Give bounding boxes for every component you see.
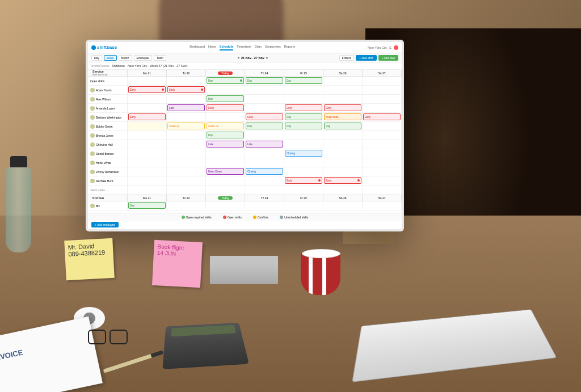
employee-name[interactable]: Daniel Barnes — [88, 149, 128, 158]
tab-month[interactable]: Month — [119, 55, 132, 61]
shift-card[interactable]: Day — [207, 95, 244, 102]
shift-card[interactable]: Early — [324, 177, 361, 184]
day-fr[interactable]: Fr 25 — [284, 70, 323, 76]
shift-card[interactable]: Clean up — [207, 123, 244, 129]
employee-name[interactable]: Bill — [88, 201, 128, 210]
day-we[interactable]: Today — [206, 70, 245, 76]
employee-name[interactable]: Barbara Washington — [88, 113, 128, 121]
avatar — [90, 106, 95, 111]
filters-button[interactable]: Filters — [339, 55, 354, 61]
avatar — [90, 97, 95, 102]
add-new-button[interactable]: + Add new — [378, 55, 399, 61]
shift-card[interactable]: Early — [128, 86, 166, 93]
employee-name[interactable]: Amanda Lopez — [88, 104, 128, 112]
shift-card[interactable]: Late — [246, 141, 283, 147]
avatar — [90, 142, 95, 147]
tab-week[interactable]: Week — [104, 55, 117, 61]
shift-card[interactable]: Clean up — [167, 123, 205, 129]
shift-card[interactable]: Early — [363, 113, 401, 120]
shift-card[interactable]: Deep Clean — [207, 168, 244, 175]
employee-row: Amanda Lopez Late Early Early Early — [88, 104, 402, 113]
logo-text: shiftbase — [97, 45, 117, 50]
shift-card[interactable]: Late — [207, 141, 244, 147]
eyeglasses — [88, 330, 128, 344]
shift-card[interactable]: Closing — [246, 168, 283, 175]
shift-card[interactable]: Day — [285, 77, 322, 84]
shift-card[interactable]: Early — [246, 113, 283, 120]
shift-card[interactable]: Early — [207, 104, 244, 111]
nav-news[interactable]: News — [208, 45, 216, 50]
employee-name[interactable]: Brenda Jones — [88, 131, 128, 140]
tab-day[interactable]: Day — [91, 55, 102, 61]
day-th[interactable]: Th 24 — [245, 70, 284, 76]
employee-row: Adam Harris Early Early — [88, 86, 402, 95]
water-bottle — [6, 156, 31, 252]
employee-row: Rachael Hunt Early Early — [88, 176, 402, 186]
tab-team[interactable]: Team — [154, 55, 166, 61]
nav-employees[interactable]: Employees — [266, 45, 281, 50]
next-week-icon[interactable]: > — [266, 56, 268, 60]
day-sa[interactable]: Sa 26 — [323, 70, 363, 76]
avatar — [90, 115, 95, 120]
kitchen-header: Kitchen Mo 21 Tu 22 Today Th 24 Fr 25 Sa… — [88, 195, 402, 201]
nav-dashboard[interactable]: Dashboard — [190, 45, 205, 50]
shift-card[interactable]: Late — [167, 104, 205, 111]
shift-card[interactable]: Day — [207, 132, 244, 138]
notification-icon[interactable] — [394, 45, 398, 50]
employee-name[interactable]: Christina Hall — [88, 140, 128, 149]
day-tu[interactable]: Tu 22 — [167, 70, 206, 76]
shift-card[interactable]: Early — [167, 86, 205, 93]
employee-row: Bobby Green Clean up Clean up Day Day Da… — [88, 122, 402, 131]
team-notes-row: Team notes — [88, 186, 402, 195]
shift-card[interactable]: Day — [324, 123, 361, 129]
header-right: New York City E — [368, 45, 398, 50]
scene-background: shiftbase Dashboard News Schedule Timesh… — [0, 0, 581, 392]
legend-unscheduled: Unscheduled shifts — [280, 216, 308, 219]
location-badge: E — [389, 46, 391, 49]
shift-card[interactable]: Day — [128, 202, 166, 209]
shift-card[interactable]: Early — [128, 113, 166, 120]
app-logo[interactable]: shiftbase — [91, 45, 117, 50]
employee-name[interactable]: Bobby Green — [88, 122, 128, 130]
shift-card[interactable]: Day — [207, 77, 244, 84]
sticky-note-pink: Book flight 14 JUN — [152, 240, 203, 288]
date-range-label[interactable]: 21 Nov - 27 Nov — [241, 56, 264, 60]
shift-card[interactable]: Early — [285, 177, 322, 184]
employee-name[interactable]: Jimmy Richardson — [88, 167, 128, 176]
next-shift-button[interactable]: + next shift — [356, 55, 376, 61]
view-tabs: Day Week Month Employee Team — [91, 55, 166, 61]
location-selector[interactable]: New York City — [368, 46, 387, 49]
tab-employee[interactable]: Employee — [134, 55, 152, 61]
day-mo[interactable]: Mo 21 — [128, 70, 167, 76]
avatar — [90, 88, 95, 92]
shift-card[interactable]: Early — [285, 104, 322, 111]
nav-schedule[interactable]: Schedule — [220, 45, 233, 50]
shift-card[interactable]: Closing — [285, 150, 322, 157]
app-header: shiftbase Dashboard News Schedule Timesh… — [88, 42, 402, 53]
shift-card[interactable]: Early — [324, 104, 361, 111]
shift-card[interactable]: Day — [285, 123, 322, 129]
employee-row: Christina Hall Late Late — [88, 140, 402, 149]
shift-card[interactable]: Day — [285, 113, 322, 120]
nav-diary[interactable]: Diary — [255, 45, 262, 50]
nav-timesheet[interactable]: Timesheet — [237, 45, 251, 50]
avatar — [90, 133, 95, 138]
shift-card[interactable]: Day — [246, 123, 283, 129]
day-su[interactable]: Su 27 — [363, 70, 402, 76]
employee-name[interactable]: Rachael Hunt — [88, 176, 128, 185]
employee-row: Barbara Washington Early Early Day Keep … — [88, 113, 402, 122]
avatar — [90, 124, 95, 129]
date-navigator: < 21 Nov - 27 Nov > — [238, 56, 268, 60]
employee-name[interactable]: Alex Wilson — [88, 95, 128, 103]
employee-name[interactable]: Hazel White — [88, 158, 128, 167]
schedule-grid: Service New York City Mo 21 Tu 22 Today … — [88, 70, 402, 210]
open-shifts-row: Open shifts Day Day Day — [88, 77, 402, 86]
shift-card[interactable]: Day — [246, 77, 283, 84]
nav-reports[interactable]: Reports — [284, 45, 295, 50]
avatar — [90, 204, 95, 208]
employee-name[interactable]: Adam Harris — [88, 86, 128, 94]
add-employee-button[interactable]: + Add employee — [91, 223, 398, 226]
prev-week-icon[interactable]: < — [238, 56, 239, 60]
employee-row: Jimmy Richardson Deep Clean Closing — [88, 167, 402, 176]
shift-card[interactable]: Keep clean — [324, 113, 361, 120]
